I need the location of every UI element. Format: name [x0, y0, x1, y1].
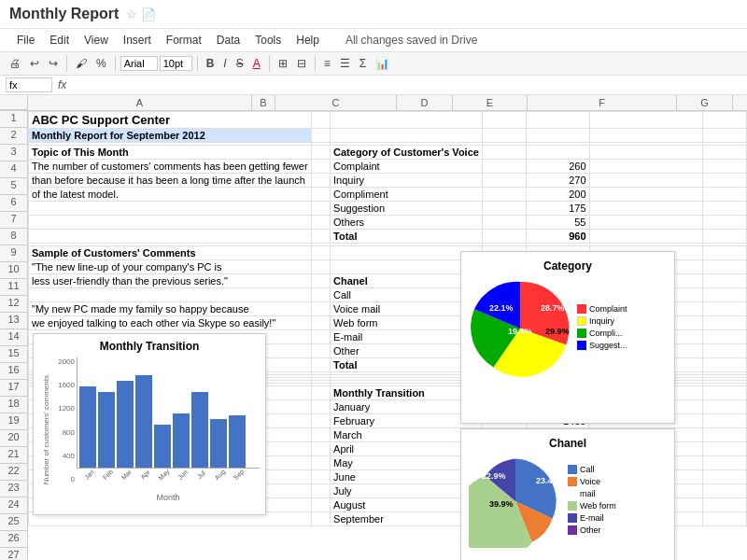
row-num-15[interactable]: 15	[0, 346, 27, 363]
cell-c33[interactable]: July	[331, 484, 483, 498]
cell-b5[interactable]	[311, 160, 330, 174]
chart-button[interactable]: 📊	[372, 55, 393, 72]
cell-a9[interactable]	[29, 216, 312, 230]
cell-a13[interactable]: "The new line-up of your company's PC is	[29, 260, 312, 274]
cell-d5[interactable]	[482, 160, 526, 174]
bold-button[interactable]: B	[203, 55, 218, 72]
cell-c12[interactable]	[331, 246, 483, 260]
row-num-8[interactable]: 8	[0, 229, 27, 245]
row-num-21[interactable]: 21	[0, 447, 27, 464]
cell-b26[interactable]	[311, 386, 330, 400]
cell-g17[interactable]	[703, 316, 747, 330]
cell-c27[interactable]: January	[331, 400, 483, 414]
cell-g29[interactable]	[703, 428, 747, 442]
cell-c16[interactable]: Voice mail	[331, 302, 483, 316]
row-num-25[interactable]: 25	[0, 514, 27, 531]
cell-c4[interactable]: Category of Customer's Voice	[331, 146, 483, 160]
row-num-27[interactable]: 27	[0, 548, 27, 560]
menu-file[interactable]: File	[9, 31, 42, 49]
cell-f9[interactable]	[589, 216, 703, 230]
cell-a2[interactable]: Monthly Report for September 2012	[29, 129, 312, 143]
row-num-17[interactable]: 17	[0, 380, 27, 397]
cell-c15[interactable]: Call	[331, 288, 483, 302]
row-num-23[interactable]: 23	[0, 481, 27, 497]
cell-g19[interactable]	[703, 344, 747, 358]
row-num-11[interactable]: 11	[0, 279, 27, 296]
cell-c14[interactable]: Chanel	[331, 274, 483, 288]
row-num-22[interactable]: 22	[0, 464, 27, 481]
row-num-4[interactable]: 4	[0, 161, 27, 178]
cell-g4[interactable]	[703, 146, 747, 160]
cell-b8[interactable]	[311, 202, 330, 216]
cell-b9[interactable]	[311, 216, 330, 230]
row-num-16[interactable]: 16	[0, 363, 27, 380]
cell-a16[interactable]: "My new PC made my family so happy becau…	[29, 302, 312, 316]
cell-c26[interactable]: Monthly Transition	[331, 386, 483, 400]
cell-a8[interactable]	[29, 202, 312, 216]
cell-c28[interactable]: February	[331, 414, 483, 428]
redo-button[interactable]: ↪	[45, 55, 62, 72]
cell-a1[interactable]: ABC PC Support Center	[29, 112, 312, 129]
border-button[interactable]: ⊞	[275, 55, 291, 72]
cell-e2[interactable]	[526, 129, 589, 143]
cell-d4[interactable]	[482, 146, 526, 160]
cell-f10[interactable]	[589, 230, 703, 244]
menu-tools[interactable]: Tools	[247, 31, 289, 49]
col-header-d[interactable]: D	[397, 95, 453, 110]
cell-d10[interactable]	[482, 230, 526, 244]
cell-a7[interactable]: of the latest model.	[29, 188, 312, 202]
cell-e1[interactable]	[526, 112, 589, 129]
cell-c6[interactable]: Inquiry	[331, 174, 483, 188]
row-num-7[interactable]: 7	[0, 212, 27, 229]
cell-b12[interactable]	[311, 246, 330, 260]
cell-g13[interactable]	[703, 260, 747, 274]
cell-c9[interactable]: Others	[331, 216, 483, 230]
star-icon[interactable]: ☆	[126, 7, 137, 21]
cell-g20[interactable]	[703, 358, 747, 372]
cell-e6[interactable]: 270	[526, 174, 589, 188]
row-num-18[interactable]: 18	[0, 397, 27, 413]
col-header-b[interactable]: B	[252, 95, 275, 110]
merge-button[interactable]: ⊟	[293, 55, 310, 72]
print-button[interactable]: 🖨	[6, 55, 24, 72]
cell-b16[interactable]	[311, 302, 330, 316]
zoom-button[interactable]: %	[92, 55, 110, 72]
cell-c2[interactable]	[331, 129, 483, 143]
cell-d8[interactable]	[482, 202, 526, 216]
cell-g28[interactable]	[703, 414, 747, 428]
cell-a14[interactable]: less user-friendly than the previous ser…	[29, 274, 312, 288]
cell-c19[interactable]: Other	[331, 344, 483, 358]
cell-d6[interactable]	[482, 174, 526, 188]
cell-b33[interactable]	[311, 484, 330, 498]
cell-c7[interactable]: Compliment	[331, 188, 483, 202]
cell-e9[interactable]: 55	[526, 216, 589, 230]
cell-g27[interactable]	[703, 400, 747, 414]
cell-f4[interactable]	[589, 146, 703, 160]
cell-c5[interactable]: Complaint	[331, 160, 483, 174]
formula-input[interactable]	[72, 79, 741, 91]
cell-b19[interactable]	[311, 344, 330, 358]
cell-g5[interactable]	[703, 160, 747, 174]
cell-g35[interactable]	[703, 512, 747, 526]
row-num-2[interactable]: 2	[0, 128, 27, 145]
cell-g31[interactable]	[703, 456, 747, 470]
cell-c10[interactable]: Total	[331, 230, 483, 244]
cell-b32[interactable]	[311, 470, 330, 484]
cell-g9[interactable]	[703, 216, 747, 230]
cell-c17[interactable]: Web form	[331, 316, 483, 330]
cell-g14[interactable]	[703, 274, 747, 288]
cell-f5[interactable]	[589, 160, 703, 174]
cell-c20[interactable]: Total	[331, 358, 483, 372]
cell-e10[interactable]: 960	[526, 230, 589, 244]
sum-button[interactable]: Σ	[356, 55, 370, 72]
cell-d2[interactable]	[482, 129, 526, 143]
menu-insert[interactable]: Insert	[116, 31, 159, 49]
col-header-g[interactable]: G	[677, 95, 733, 110]
menu-format[interactable]: Format	[159, 31, 209, 49]
cell-g8[interactable]	[703, 202, 747, 216]
row-num-14[interactable]: 14	[0, 329, 27, 346]
cell-e5[interactable]: 260	[526, 160, 589, 174]
cell-c1[interactable]	[331, 112, 483, 129]
align-left[interactable]: ≡	[320, 55, 334, 72]
cell-c34[interactable]: August	[331, 498, 483, 512]
